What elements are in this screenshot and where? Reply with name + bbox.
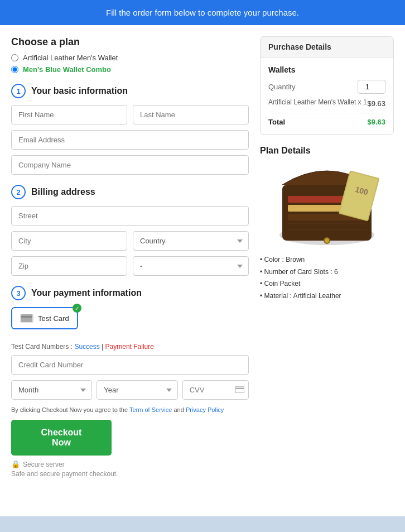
cc-number-input[interactable]	[11, 355, 249, 375]
section3-number: 3	[11, 286, 26, 300]
right-panel: Purchase Details Wallets Quantity Artifi…	[260, 36, 394, 505]
terms-and: and	[173, 406, 185, 413]
email-row	[11, 130, 249, 150]
product-row: Artificial Leather Men's Wallet x 1 $9.6…	[268, 98, 385, 108]
safe-text: Safe and secure payment checkout.	[11, 470, 249, 478]
country-select[interactable]: Country USA UK Canada Australia	[133, 231, 249, 251]
section1-number: 1	[11, 84, 26, 98]
year-select[interactable]: Year 2024 2025 2026 2027 2028	[97, 380, 177, 400]
total-row: Total $9.63	[268, 118, 385, 126]
top-banner: Fill the order form below to complete yo…	[0, 0, 405, 25]
terms-link[interactable]: Term of Service	[129, 406, 172, 413]
section1-title: 1 Your basic information	[11, 84, 249, 98]
choose-plan-title: Choose a plan	[11, 36, 249, 48]
wallet-svg: 100	[271, 162, 383, 249]
pd-section-title: Wallets	[268, 65, 385, 74]
total-value: $9.63	[367, 118, 385, 126]
plan-details-section: Plan Details	[260, 146, 394, 302]
success-link[interactable]: Success	[74, 343, 99, 351]
section3-title: 3 Your payment information	[11, 286, 249, 300]
first-name-input[interactable]	[11, 105, 127, 124]
city-country-row: Country USA UK Canada Australia	[11, 231, 249, 251]
wallet-image: 100	[271, 162, 383, 246]
month-select[interactable]: Month 01 02 03 04 05 06 07 08 09 10 11 1…	[11, 380, 92, 400]
zip-state-row: - CA NY TX FL	[11, 256, 249, 276]
last-name-input[interactable]	[133, 105, 249, 124]
cc-number-row	[11, 355, 249, 375]
company-row	[11, 155, 249, 175]
total-label: Total	[268, 118, 285, 126]
payment-method-box[interactable]: Test Card ✓	[11, 307, 78, 329]
left-panel: Choose a plan Artificial Leather Men's W…	[11, 36, 249, 505]
quantity-row: Quantity	[268, 80, 385, 94]
plan-details-title: Plan Details	[260, 146, 394, 156]
cvv-card-icon	[235, 386, 244, 393]
plan-features-list: Color : Brown Number of Card Slots : 6 C…	[260, 254, 394, 302]
feature-item-0: Color : Brown	[260, 254, 394, 266]
section2-number: 2	[11, 185, 26, 199]
svg-rect-2	[235, 386, 244, 393]
choose-plan-section: Choose a plan Artificial Leather Men's W…	[11, 36, 249, 74]
plan-radio-2[interactable]	[11, 66, 18, 73]
main-container: Choose a plan Artificial Leather Men's W…	[0, 25, 405, 516]
purchase-details-header: Purchase Details	[261, 37, 393, 57]
feature-item-2: Coin Packet	[260, 278, 394, 290]
zip-input[interactable]	[11, 256, 127, 276]
cc-expiry-row: Month 01 02 03 04 05 06 07 08 09 10 11 1…	[11, 380, 249, 400]
plan-label-1: Artificial Leather Men's Wallet	[23, 54, 118, 62]
privacy-link[interactable]: Privacy Policy	[186, 406, 224, 413]
test-card-info: Test Card Numbers : Success | Payment Fa…	[11, 343, 249, 351]
plan-label-2: Men's Blue Wallet Combo	[23, 65, 111, 74]
company-input[interactable]	[11, 155, 249, 175]
card-icon	[20, 314, 33, 323]
quantity-input[interactable]	[358, 80, 385, 94]
checkout-button[interactable]: Checkout Now	[11, 420, 112, 456]
failure-link[interactable]: Payment Failure	[105, 343, 154, 351]
feature-item-3: Material : Artificial Leather	[260, 290, 394, 303]
purchase-details-body: Wallets Quantity Artificial Leather Men'…	[261, 57, 393, 134]
lock-icon: 🔒	[11, 460, 20, 468]
name-row	[11, 105, 249, 124]
terms-prefix: By clicking Checkout Now you agree to th…	[11, 406, 129, 413]
secure-server: 🔒 Secure server	[11, 460, 249, 468]
plan-radio-1[interactable]	[11, 54, 18, 61]
section3-label: Your payment information	[31, 288, 142, 298]
cvv-wrapper	[182, 380, 249, 400]
svg-rect-0	[21, 314, 32, 322]
svg-point-15	[325, 238, 329, 243]
credit-card-svg	[21, 314, 32, 322]
quantity-label: Quantity	[268, 83, 295, 91]
product-price: $9.63	[367, 99, 385, 108]
street-row	[11, 206, 249, 226]
terms-text: By clicking Checkout Now you agree to th…	[11, 406, 249, 413]
svg-rect-3	[235, 387, 244, 389]
svg-rect-1	[21, 316, 32, 318]
pd-divider	[268, 113, 385, 113]
secure-label: Secure server	[23, 461, 65, 468]
cvv-icon	[235, 386, 244, 395]
feature-item-1: Number of Card Slots : 6	[260, 266, 394, 279]
state-select[interactable]: - CA NY TX FL	[133, 256, 249, 276]
payment-method-label: Test Card	[38, 314, 69, 323]
street-input[interactable]	[11, 206, 249, 226]
email-input[interactable]	[11, 130, 249, 150]
product-name: Artificial Leather Men's Wallet x 1	[268, 98, 367, 106]
section2-label: Billing address	[31, 187, 95, 197]
test-card-prefix: Test Card Numbers :	[11, 343, 74, 351]
purchase-details-box: Purchase Details Wallets Quantity Artifi…	[260, 36, 394, 135]
banner-text: Fill the order form below to complete yo…	[106, 8, 299, 17]
section1-label: Your basic information	[31, 86, 128, 96]
plan-option-1[interactable]: Artificial Leather Men's Wallet	[11, 54, 249, 62]
check-badge: ✓	[73, 304, 81, 313]
city-input[interactable]	[11, 231, 127, 251]
plan-option-2[interactable]: Men's Blue Wallet Combo	[11, 65, 249, 74]
section2-title: 2 Billing address	[11, 185, 249, 199]
